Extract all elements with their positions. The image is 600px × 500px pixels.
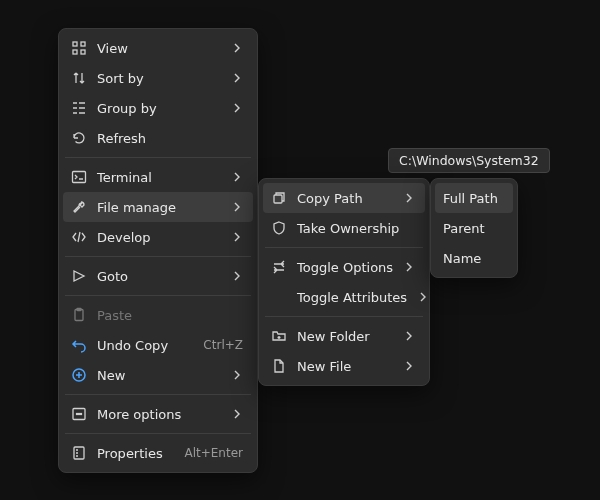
clipboard-icon [71, 307, 87, 323]
menu-label: New [97, 368, 221, 383]
menu-item-copy-path[interactable]: Copy Path [263, 183, 425, 213]
menu-item-sort-by[interactable]: Sort by [63, 63, 253, 93]
menu-label: Take Ownership [297, 221, 415, 236]
menu-label: Toggle Options [297, 260, 393, 275]
menu-label: New File [297, 359, 393, 374]
code-icon [71, 229, 87, 245]
menu-item-take-ownership[interactable]: Take Ownership [263, 213, 425, 243]
menu-label: Parent [443, 221, 503, 236]
menu-separator [65, 157, 251, 158]
svg-rect-12 [74, 447, 84, 459]
copy-path-icon [271, 190, 287, 206]
file-icon [271, 358, 287, 374]
svg-rect-0 [73, 42, 77, 46]
svg-rect-3 [81, 50, 85, 54]
menu-label: Undo Copy [97, 338, 193, 353]
shield-icon [271, 220, 287, 236]
chevron-right-icon [231, 171, 243, 183]
menu-item-goto[interactable]: Goto [63, 261, 253, 291]
menu-label: View [97, 41, 221, 56]
menu-item-paste: Paste [63, 300, 253, 330]
folder-plus-icon [271, 328, 287, 344]
sort-icon [71, 70, 87, 86]
menu-item-refresh[interactable]: Refresh [63, 123, 253, 153]
menu-item-view[interactable]: View [63, 33, 253, 63]
chevron-right-icon [403, 360, 415, 372]
path-tooltip-text: C:\Windows\System32 [399, 153, 539, 168]
more-icon [71, 406, 87, 422]
menu-item-more-options[interactable]: More options [63, 399, 253, 429]
menu-item-file-manage[interactable]: File manage [63, 192, 253, 222]
chevron-right-icon [231, 231, 243, 243]
chevron-right-icon [403, 261, 415, 273]
chevron-right-icon [403, 330, 415, 342]
svg-rect-2 [73, 50, 77, 54]
context-menu-copy-path: Full Path Parent Name [430, 178, 518, 278]
path-tooltip: C:\Windows\System32 [388, 148, 550, 173]
menu-item-undo-copy[interactable]: Undo Copy Ctrl+Z [63, 330, 253, 360]
chevron-right-icon [231, 42, 243, 54]
chevron-right-icon [231, 102, 243, 114]
menu-item-full-path[interactable]: Full Path [435, 183, 513, 213]
svg-point-10 [78, 413, 79, 414]
menu-label: Copy Path [297, 191, 393, 206]
menu-item-new-folder[interactable]: New Folder [263, 321, 425, 351]
menu-item-group-by[interactable]: Group by [63, 93, 253, 123]
menu-label: Develop [97, 230, 221, 245]
menu-label: Refresh [97, 131, 243, 146]
menu-label: Name [443, 251, 503, 266]
group-icon [71, 100, 87, 116]
menu-label: Sort by [97, 71, 221, 86]
menu-label: Toggle Attributes [297, 290, 407, 305]
menu-separator [65, 433, 251, 434]
terminal-icon [71, 169, 87, 185]
menu-separator [265, 316, 423, 317]
menu-label: Terminal [97, 170, 221, 185]
chevron-right-icon [231, 369, 243, 381]
chevron-right-icon [231, 72, 243, 84]
menu-item-new-file[interactable]: New File [263, 351, 425, 381]
plus-circle-icon [71, 367, 87, 383]
menu-item-name[interactable]: Name [435, 243, 513, 273]
svg-rect-13 [274, 195, 282, 203]
menu-label: Properties [97, 446, 174, 461]
toggle-icon [271, 259, 287, 275]
chevron-right-icon [417, 291, 429, 303]
chevron-right-icon [231, 201, 243, 213]
svg-rect-1 [81, 42, 85, 46]
menu-item-properties[interactable]: Properties Alt+Enter [63, 438, 253, 468]
goto-icon [71, 268, 87, 284]
menu-item-terminal[interactable]: Terminal [63, 162, 253, 192]
menu-label: Goto [97, 269, 221, 284]
menu-item-develop[interactable]: Develop [63, 222, 253, 252]
blank-icon [271, 289, 287, 305]
menu-shortcut: Ctrl+Z [203, 338, 243, 352]
properties-icon [71, 445, 87, 461]
menu-shortcut: Alt+Enter [184, 446, 243, 460]
menu-label: Full Path [443, 191, 503, 206]
wrench-icon [71, 199, 87, 215]
chevron-right-icon [403, 192, 415, 204]
menu-item-toggle-options[interactable]: Toggle Options [263, 252, 425, 282]
chevron-right-icon [231, 408, 243, 420]
menu-item-new[interactable]: New [63, 360, 253, 390]
refresh-icon [71, 130, 87, 146]
menu-label: New Folder [297, 329, 393, 344]
menu-item-toggle-attributes[interactable]: Toggle Attributes [263, 282, 425, 312]
context-menu-primary: View Sort by Group by Refresh Terminal [58, 28, 258, 473]
menu-label: Group by [97, 101, 221, 116]
grid-icon [71, 40, 87, 56]
menu-separator [65, 394, 251, 395]
svg-point-9 [76, 413, 77, 414]
menu-separator [65, 256, 251, 257]
context-menu-file-manage: Copy Path Take Ownership Toggle Options … [258, 178, 430, 386]
undo-icon [71, 337, 87, 353]
menu-label: File manage [97, 200, 221, 215]
menu-label: Paste [97, 308, 243, 323]
menu-label: More options [97, 407, 221, 422]
chevron-right-icon [231, 270, 243, 282]
svg-rect-4 [73, 172, 86, 183]
menu-item-parent[interactable]: Parent [435, 213, 513, 243]
menu-separator [65, 295, 251, 296]
menu-separator [265, 247, 423, 248]
